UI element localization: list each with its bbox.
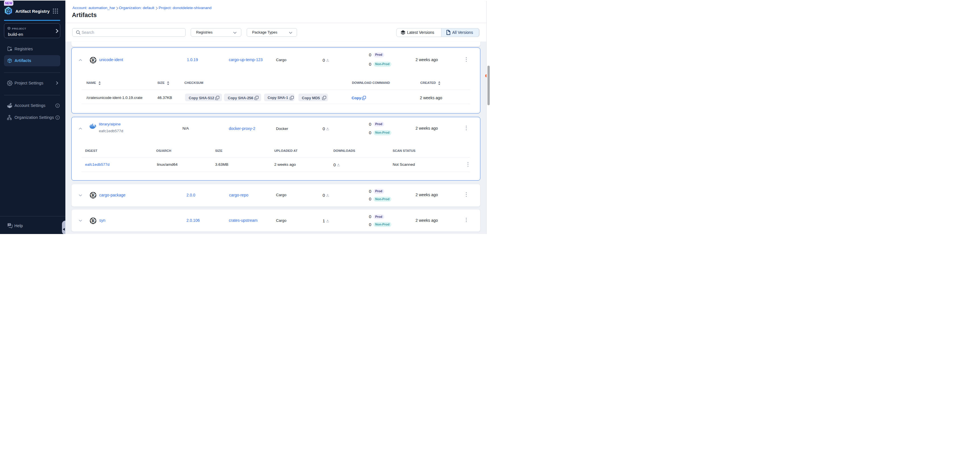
svg-text:?: ? bbox=[8, 223, 10, 226]
svg-text:R: R bbox=[92, 57, 95, 62]
svg-text:R: R bbox=[92, 218, 95, 223]
svg-text:R: R bbox=[92, 193, 95, 197]
